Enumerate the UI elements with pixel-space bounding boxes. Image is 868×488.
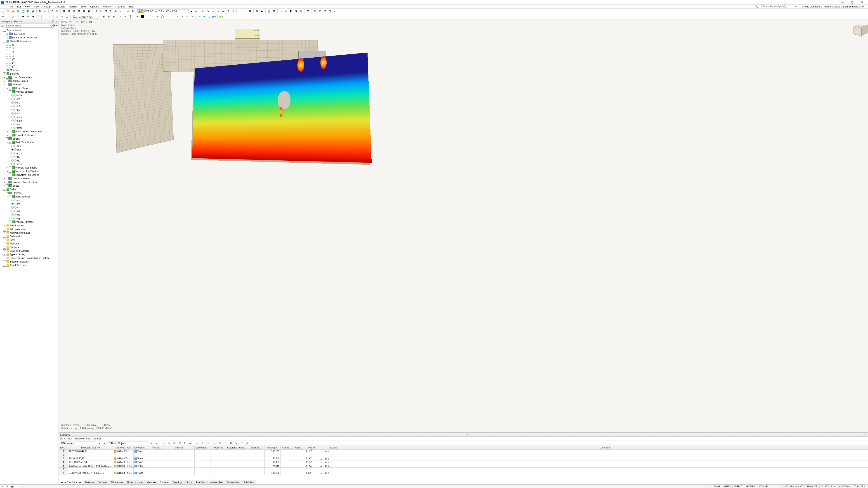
pager-next-icon[interactable]: ▸ — [76, 481, 78, 484]
tb-new[interactable]: 📄 — [1, 9, 5, 13]
bp-btn-paste[interactable]: 📋 — [206, 441, 210, 445]
col-header-15[interactable]: Options — [324, 446, 342, 450]
tree-deformation[interactable]: Deformation — [0, 234, 59, 238]
tree-solids[interactable]: −✓Solids — [0, 188, 59, 191]
tb-transp[interactable]: ◧ — [289, 9, 293, 13]
tree-result-values[interactable]: ▸✓Result Values — [0, 224, 59, 227]
bp-tab-thicknesses[interactable]: Thicknesses — [109, 481, 125, 484]
tree-sigma-5[interactable]: α2,- — [0, 111, 59, 115]
tree-strain-1[interactable]: εy,+ — [0, 148, 59, 151]
tb2-circle-icon[interactable]: ◯ — [160, 14, 164, 19]
tree-sigma-8[interactable]: αm — [0, 123, 59, 126]
tree-shape[interactable]: ▸Shape — [0, 184, 59, 188]
menu-cadbim[interactable]: CAD-BIM — [113, 5, 127, 8]
tb-extend[interactable]: ⇲ — [206, 9, 211, 13]
tb2-support-node[interactable]: △ — [55, 14, 59, 19]
view-cube[interactable] — [853, 23, 864, 34]
bp-prev-obj[interactable]: ◂ — [149, 441, 154, 445]
tree-members2[interactable]: Members — [0, 242, 59, 246]
tree-support-reactions[interactable]: ▸Support Reactions — [0, 260, 59, 263]
menu-view[interactable]: View — [23, 5, 32, 8]
tb-join[interactable]: ⨕ — [216, 9, 220, 13]
tb-next-case[interactable]: ▸ — [194, 9, 198, 13]
tb2-l8[interactable]: ⇘ — [180, 14, 184, 19]
tb2-cs-combo[interactable]: 🌐 1 - Global XYZ — [72, 15, 99, 19]
navigator-header[interactable]: Navigator - Results 📌 ✕ — [0, 20, 59, 24]
tree-u-4[interactable]: φX — [0, 57, 59, 61]
tb-y[interactable]: ◲ — [322, 9, 327, 13]
bp-btn-export[interactable]: ⇲ — [234, 441, 239, 445]
tb-visibility[interactable]: 👁 — [284, 9, 288, 13]
bp-btn-script[interactable]: {} — [223, 441, 228, 445]
tree-u-3[interactable]: uZ — [0, 54, 59, 57]
bp-btn-settings[interactable]: ⚙ — [245, 441, 249, 445]
tree-basic-total-strains[interactable]: −✓Basic Total Strains — [0, 140, 59, 144]
col-header-3[interactable]: Geometry Type — [133, 446, 149, 450]
bp-tab-solids[interactable]: Solids — [184, 481, 194, 484]
tree-elastic[interactable]: ▸Elastic Stress Components — [0, 130, 59, 133]
tree-sigma-7[interactable]: σ2,m — [0, 119, 59, 123]
tree-sigma-6[interactable]: σ1,m — [0, 115, 59, 119]
tb-mesh[interactable]: ▒ — [267, 9, 271, 13]
tree-ribs[interactable]: Ribs - Effective Contribution on Surface… — [0, 256, 59, 260]
tb2-l10[interactable]: ⤢ — [190, 14, 194, 19]
bp-btn-import[interactable]: ⇱ — [239, 441, 244, 445]
table-row[interactable]: 6 — [59, 468, 868, 471]
tb2-support-line[interactable]: ▽ — [60, 14, 64, 19]
bottom-panel-header[interactable]: Surfaces ▭ ✕ — [59, 433, 868, 437]
bp-pager[interactable]: ⏮ ◂ 7 of 13 ▸ ⏭ — [59, 481, 83, 484]
tb-iso[interactable]: ◰ — [313, 9, 317, 13]
tree-strains[interactable]: −✓Strains — [0, 137, 59, 140]
tb-clipping[interactable]: ⧉ — [130, 9, 135, 13]
sb-cam-icon[interactable]: 📷 — [10, 485, 14, 488]
sb-bgrid[interactable]: BGRID — [733, 485, 744, 488]
tree-u-2[interactable]: uY — [0, 50, 59, 54]
tb-save[interactable]: 💾 — [21, 9, 25, 13]
tb-loadcase-type[interactable]: S Ch — [137, 9, 143, 13]
menu-tools[interactable]: Tools — [79, 5, 88, 8]
menu-help[interactable]: Help — [127, 5, 136, 8]
table-row[interactable]: 51,2,14,271,270,59-65,28-33,66,69,262,26… — [59, 464, 868, 468]
tb-prev-view[interactable]: ⇠ — [119, 9, 123, 13]
tree-u-5[interactable]: φY — [0, 61, 59, 65]
keyword-search-input[interactable] — [762, 5, 791, 8]
tree-isotropic[interactable]: ▸Isotropic Characteristics — [0, 180, 59, 184]
tree-diff-initial[interactable]: Differences to initial state — [0, 36, 59, 39]
tb-calc-all[interactable]: ⚙ — [255, 9, 259, 13]
bp-tab-member-sets[interactable]: Member Sets — [208, 481, 225, 484]
maximize-button[interactable]: ▢ — [847, 1, 857, 4]
bottom-panel-close-icon[interactable]: ✕ — [865, 433, 867, 436]
bp-menu-edit[interactable]: Edit — [68, 437, 72, 440]
nav-analysis-combo[interactable]: Static Analysis — [5, 24, 54, 28]
tb-surf-load[interactable]: ▦ — [248, 9, 252, 13]
tb-pointer[interactable]: ⮰ — [94, 9, 98, 13]
tree-u-0[interactable]: |u| — [0, 43, 59, 46]
tree-strain-2[interactable]: γxy,+ — [0, 151, 59, 155]
bp-btn-check[interactable]: ✔ — [212, 441, 217, 445]
bp-btn-row[interactable]: ▤ — [172, 441, 177, 445]
tb2-guide[interactable]: ┊ — [128, 14, 133, 19]
bp-menu-view[interactable]: View — [86, 437, 91, 440]
tree-contact-stresses[interactable]: ▸Contact Stresses — [0, 177, 59, 180]
tree-max-total-strains[interactable]: ▸Maximum Total Strains — [0, 169, 59, 173]
tree-lines[interactable]: Lines — [0, 238, 59, 242]
tb-saveall[interactable]: 🗄 — [26, 9, 30, 13]
tb2-surf4[interactable]: ◩▾ — [212, 14, 216, 19]
tb2-line[interactable]: ／ — [11, 14, 16, 19]
tb2-dim[interactable]: ↔ — [48, 14, 52, 19]
tb2-text[interactable]: T — [43, 14, 47, 19]
tree-principal-stresses[interactable]: −Principal Stresses — [0, 90, 59, 94]
menu-assign[interactable]: Assign — [42, 5, 53, 8]
tb-calc-one[interactable]: ▶ — [260, 9, 264, 13]
bp-tab-nodes[interactable]: Nodes — [125, 481, 135, 484]
tree-solid-sigma-0[interactable]: σx — [0, 198, 59, 202]
tb-model-icon[interactable]: ◆ — [11, 9, 16, 13]
tb-show-numbering[interactable]: ▥ — [67, 9, 71, 13]
menu-window[interactable]: Window — [101, 5, 113, 8]
bp-tab-line-sets[interactable]: Line Sets — [194, 481, 208, 484]
tb2-surf1[interactable]: ▱ — [197, 14, 202, 19]
tb2-l7[interactable]: ⇗ — [175, 14, 180, 19]
navigator-tree[interactable]: −Type of resultsFinal ResultsDifferences… — [0, 28, 59, 484]
tb-loadcase-combo[interactable]: CO2 LC1 + LC2 + LC3 + LC4 — [143, 9, 188, 13]
table-row[interactable]: 2 — [59, 453, 868, 457]
